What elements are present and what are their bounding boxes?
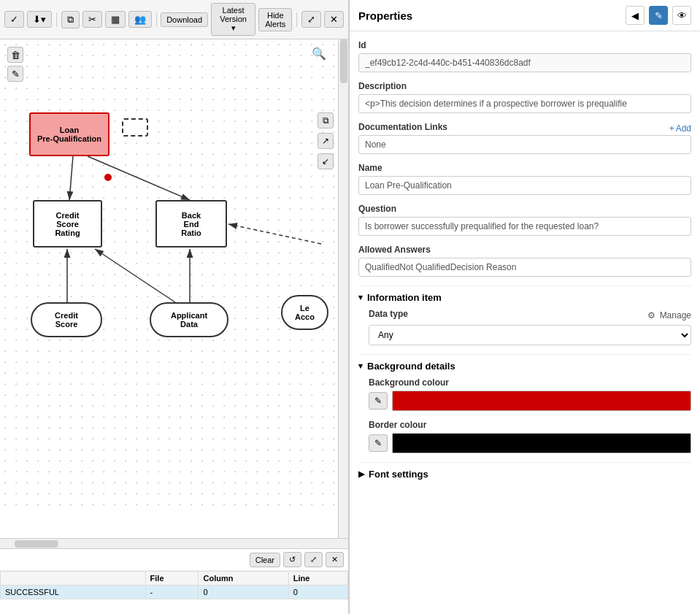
separator-3 bbox=[296, 12, 297, 27]
expand-button[interactable]: ⤢ bbox=[301, 11, 321, 28]
horizontal-scrollbar[interactable] bbox=[0, 538, 348, 548]
background-colour-swatch[interactable] bbox=[392, 391, 691, 411]
allowed-answers-label: Allowed Answers bbox=[358, 245, 691, 255]
close-bottom-button[interactable]: ✕ bbox=[326, 552, 344, 567]
refresh-button[interactable]: ↺ bbox=[283, 552, 301, 567]
column-col-header: Column bbox=[199, 572, 288, 586]
panel-action-buttons: ◀ ✎ 👁 bbox=[626, 6, 691, 25]
border-colour-edit-button[interactable]: ✎ bbox=[369, 434, 388, 452]
check-button[interactable]: ✓ bbox=[4, 11, 24, 28]
manage-link[interactable]: ⚙ Manage bbox=[647, 310, 691, 321]
data-type-label: Data type bbox=[369, 309, 408, 319]
font-settings-label: Font settings bbox=[369, 469, 428, 480]
delete-node-button[interactable]: 🗑 bbox=[7, 47, 23, 63]
table-row: SUCCESSFUL - 0 0 bbox=[1, 586, 348, 599]
loan-prequalification-node[interactable]: LoanPre-Qualification bbox=[29, 112, 109, 156]
download-arrow-button[interactable]: ⬇▾ bbox=[27, 11, 52, 28]
information-item-section[interactable]: ▾ Information item bbox=[358, 285, 691, 309]
close-canvas-button[interactable]: ✕ bbox=[324, 11, 344, 28]
question-input[interactable] bbox=[358, 217, 691, 236]
separator-2 bbox=[156, 12, 157, 27]
credit-score-node[interactable]: CreditScore bbox=[31, 302, 102, 337]
toolbar: ✓ ⬇▾ ⧉ ✂ ▦ 👥 Download Latest Version ▾ H… bbox=[0, 0, 348, 39]
description-field: Description bbox=[358, 81, 691, 113]
add-doc-link-button[interactable]: +Add bbox=[669, 123, 691, 134]
border-colour-row: ✎ bbox=[369, 433, 691, 453]
allowed-answers-input[interactable] bbox=[358, 258, 691, 277]
grid-button[interactable]: ▦ bbox=[105, 11, 126, 28]
hide-alerts-button[interactable]: Hide Alerts bbox=[258, 8, 292, 31]
canvas-svg bbox=[0, 39, 336, 507]
data-type-select[interactable]: Any String Number Boolean bbox=[369, 325, 691, 345]
edit-panel-button[interactable]: ✎ bbox=[649, 6, 668, 25]
border-colour-label: Border colour bbox=[369, 420, 691, 430]
information-item-label: Information item bbox=[367, 292, 442, 303]
border-colour-field: Border colour ✎ bbox=[358, 420, 691, 453]
line-col-header: Line bbox=[288, 572, 347, 586]
doc-links-input[interactable] bbox=[358, 135, 691, 154]
expand-bottom-button[interactable]: ⤢ bbox=[304, 552, 323, 567]
applicant-data-node[interactable]: ApplicantData bbox=[150, 302, 228, 337]
eye-panel-button[interactable]: 👁 bbox=[672, 6, 691, 25]
svg-line-6 bbox=[95, 249, 175, 302]
question-label: Question bbox=[358, 204, 691, 214]
prev-panel-button[interactable]: ◀ bbox=[626, 6, 645, 25]
edit-node-button[interactable]: ✎ bbox=[7, 66, 23, 82]
vertical-scrollbar[interactable] bbox=[338, 39, 348, 538]
column-cell: 0 bbox=[199, 586, 288, 599]
border-colour-swatch[interactable] bbox=[392, 433, 691, 453]
download-button[interactable]: Download bbox=[161, 12, 208, 27]
right-float-icon-2[interactable]: ↗ bbox=[318, 133, 334, 149]
svg-line-7 bbox=[228, 224, 321, 244]
copy-button[interactable]: ⧉ bbox=[61, 11, 80, 28]
id-input[interactable] bbox=[358, 53, 691, 72]
name-input[interactable] bbox=[358, 176, 691, 195]
name-field: Name bbox=[358, 163, 691, 195]
bottom-toolbar: Clear ↺ ⤢ ✕ bbox=[0, 549, 348, 571]
horizontal-scrollbar-thumb[interactable] bbox=[15, 540, 58, 548]
properties-header: Properties ◀ ✎ 👁 bbox=[350, 0, 700, 31]
doc-links-label: Documentation Links bbox=[358, 122, 447, 132]
information-item-arrow: ▾ bbox=[358, 293, 363, 302]
back-end-ratio-node[interactable]: BackEndRatio bbox=[155, 200, 227, 247]
right-panel: Properties ◀ ✎ 👁 Id Description Document… bbox=[349, 0, 700, 614]
le-acco-node[interactable]: LeAcco bbox=[281, 295, 328, 330]
properties-title: Properties bbox=[358, 9, 412, 22]
latest-version-button[interactable]: Latest Version ▾ bbox=[211, 3, 255, 36]
description-input[interactable] bbox=[358, 94, 691, 113]
background-details-section[interactable]: ▾ Background details bbox=[358, 354, 691, 377]
id-label: Id bbox=[358, 40, 691, 50]
status-cell: SUCCESSFUL bbox=[1, 586, 146, 599]
canvas-area: 🔍 🗑 ✎ ⧉ ↗ ↙ bbox=[0, 39, 348, 538]
credit-score-rating-node[interactable]: CreditScoreRating bbox=[33, 200, 102, 247]
clear-button[interactable]: Clear bbox=[250, 553, 280, 567]
bottom-panel: Clear ↺ ⤢ ✕ File Column Line SUCCESSFUL bbox=[0, 548, 348, 614]
background-colour-label: Background colour bbox=[369, 377, 691, 388]
separator-1 bbox=[56, 12, 57, 27]
manage-gear-icon: ⚙ bbox=[647, 310, 655, 321]
properties-content: Id Description Documentation Links +Add … bbox=[350, 31, 700, 614]
background-colour-row: ✎ bbox=[369, 391, 691, 411]
people-button[interactable]: 👥 bbox=[128, 11, 152, 28]
right-float-icon-1[interactable]: ⧉ bbox=[318, 112, 334, 128]
data-type-field: Data type ⚙ Manage Any String Number Boo… bbox=[358, 309, 691, 345]
background-colour-edit-button[interactable]: ✎ bbox=[369, 392, 388, 410]
status-col-header bbox=[1, 572, 146, 586]
vertical-scrollbar-thumb[interactable] bbox=[340, 39, 347, 83]
results-table: File Column Line SUCCESSFUL - 0 0 bbox=[0, 571, 348, 614]
file-cell: - bbox=[145, 586, 199, 599]
doc-links-field: Documentation Links +Add bbox=[358, 122, 691, 154]
right-float-icon-3[interactable]: ↙ bbox=[318, 153, 334, 169]
small-rect-node[interactable] bbox=[122, 118, 148, 137]
svg-point-8 bbox=[104, 174, 112, 181]
id-field: Id bbox=[358, 40, 691, 72]
background-colour-field: Background colour ✎ bbox=[358, 377, 691, 411]
font-settings-section[interactable]: ▶ Font settings bbox=[358, 462, 691, 486]
canvas-content: LoanPre-Qualification CreditScoreRating … bbox=[0, 39, 336, 507]
left-panel: ✓ ⬇▾ ⧉ ✂ ▦ 👥 Download Latest Version ▾ H… bbox=[0, 0, 349, 614]
background-details-arrow: ▾ bbox=[358, 361, 363, 371]
font-settings-arrow: ▶ bbox=[358, 469, 364, 479]
description-label: Description bbox=[358, 81, 691, 91]
svg-line-2 bbox=[69, 156, 73, 200]
cut-button[interactable]: ✂ bbox=[82, 11, 102, 28]
